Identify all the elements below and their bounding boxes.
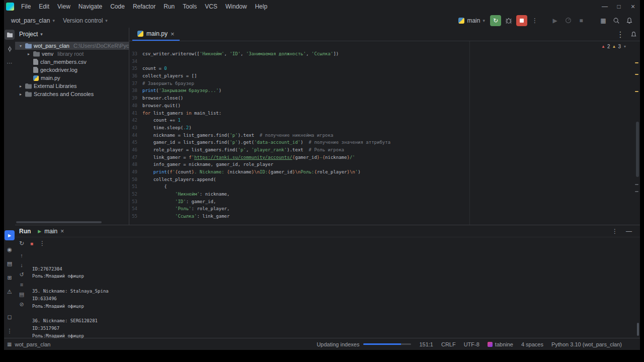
tab-options-button[interactable]: ⋮ — [616, 30, 624, 39]
menu-code[interactable]: Code — [106, 2, 129, 12]
menu-edit[interactable]: Edit — [35, 2, 53, 12]
run-more-button[interactable]: ⋮ — [529, 15, 540, 26]
line-number[interactable]: 37 — [129, 80, 142, 87]
code-line-37[interactable]: 37# Завершить браузер — [129, 80, 640, 87]
line-number[interactable]: 47 — [129, 154, 142, 161]
code-line-41[interactable]: 41for list_gamers in main_list: — [129, 110, 640, 117]
toolwindow-commit-button[interactable] — [5, 44, 15, 54]
search-everywhere-button[interactable] — [611, 15, 622, 26]
editor-vertical-scrollbar[interactable] — [636, 122, 639, 177]
code-line-40[interactable]: 40browser.quit() — [129, 102, 640, 110]
code-line-42[interactable]: 42 count += 1 — [129, 117, 640, 124]
profile-button-disabled[interactable] — [562, 15, 574, 26]
code-line-44[interactable]: 44 nickname = list_gamers.find('p').text… — [129, 132, 640, 139]
clear-icon[interactable]: ⊘ — [19, 301, 24, 308]
chevron-right-icon[interactable]: ▸ — [26, 52, 31, 56]
toolwindow-terminal-button[interactable]: ▤ — [5, 258, 15, 268]
line-number[interactable]: 43 — [129, 124, 142, 132]
tree-item-clan_members.csv[interactable]: clan_members.csv — [15, 58, 129, 66]
softwrap-icon[interactable]: ↺ — [19, 272, 24, 278]
tree-item-scratches-and-consoles[interactable]: ▸Scratches and Consoles — [15, 90, 129, 98]
project-horizontal-scrollbar[interactable] — [16, 221, 102, 223]
tree-item-main.py[interactable]: main.py — [15, 74, 129, 82]
code-line-53[interactable]: 53 'ID': gamer_id, — [129, 198, 640, 206]
code-line-48[interactable]: 48 info_gamer = nickname, gamer_id, role… — [129, 161, 640, 168]
stop-button[interactable] — [516, 15, 527, 26]
code-line-34[interactable]: 34 — [129, 58, 640, 65]
up-stack-icon[interactable]: ↑ — [20, 252, 23, 258]
line-number[interactable]: 51 — [129, 183, 142, 191]
window-minimize-button[interactable]: — — [598, 3, 612, 10]
line-number[interactable]: 38 — [129, 87, 142, 95]
more-tool-windows-button[interactable]: ⋯ — [5, 58, 15, 68]
tab-close-icon[interactable]: × — [171, 30, 175, 38]
window-maximize-button[interactable]: □ — [612, 3, 626, 10]
line-number[interactable]: 42 — [129, 117, 142, 124]
rerun-console-button[interactable]: ↻ — [19, 240, 24, 247]
code-line-36[interactable]: 36collect_players = [] — [129, 72, 640, 80]
code-line-55[interactable]: 55 'Ссылка': link_gamer — [129, 213, 640, 220]
bell-icon[interactable] — [630, 31, 637, 38]
window-close-button[interactable]: × — [626, 3, 640, 11]
debug-button[interactable] — [503, 15, 514, 26]
tab-main-py[interactable]: main.py × — [132, 28, 180, 41]
line-number[interactable]: 33 — [129, 50, 142, 58]
line-number[interactable]: 45 — [129, 139, 142, 146]
toolwindow-python-packages-button[interactable]: ◉ — [5, 244, 15, 254]
run-panel-options-button[interactable]: ⋮ — [612, 228, 618, 235]
project-panel-header[interactable]: Project ▾ — [15, 28, 129, 41]
console-scrollbar[interactable] — [637, 323, 639, 336]
run-config-widget[interactable]: main ▾ — [455, 16, 488, 26]
console-output[interactable]: ID:27672304Роль:Младший офицер35. Nickna… — [28, 249, 640, 338]
menu-window[interactable]: Window — [221, 2, 251, 12]
menu-refactor[interactable]: Refactor — [129, 2, 159, 12]
tree-item-external-libraries[interactable]: ▸External Libraries — [15, 82, 129, 90]
toolwindow-problems-button[interactable]: ⚠ — [5, 287, 15, 297]
line-number[interactable]: 55 — [129, 213, 142, 220]
line-number[interactable]: 52 — [129, 191, 142, 198]
code-line-49[interactable]: 49 print(f'{count}. Nickname: {nickname}… — [129, 168, 640, 176]
notifications-button[interactable] — [624, 15, 635, 26]
code-line-43[interactable]: 43 time.sleep(.2) — [129, 124, 640, 132]
line-number[interactable]: 35 — [129, 65, 142, 72]
line-number[interactable]: 39 — [129, 95, 142, 102]
code-line-50[interactable]: 50 collect_players.append( — [129, 176, 640, 184]
code-line-47[interactable]: 47 link_gamer = f'https://tanki.su/commu… — [129, 154, 640, 161]
run-tab-close-icon[interactable]: × — [60, 228, 64, 235]
project-widget[interactable]: wot_pars_clan ▾ — [8, 16, 58, 26]
run-panel-hide-button[interactable]: — — [626, 228, 632, 235]
line-number[interactable]: 36 — [129, 72, 142, 80]
line-number[interactable]: 44 — [129, 132, 142, 139]
toolwindow-run-button[interactable]: ▶ — [5, 230, 15, 240]
console-more-button[interactable]: ⋮ — [39, 240, 45, 247]
layout-widget-button[interactable]: ▦ — [598, 15, 609, 26]
line-number[interactable]: 48 — [129, 161, 142, 168]
menu-view[interactable]: View — [53, 2, 74, 12]
toolwindow-structure-button[interactable]: ◻ — [5, 312, 15, 322]
tree-item-wot_pars_clan[interactable]: ▾wot_pars_clanC:\Users\DoCKeR\PycharmPro… — [15, 42, 129, 50]
code-line-52[interactable]: 52 'Никнейм': nickname, — [129, 191, 640, 198]
menu-file[interactable]: File — [17, 2, 35, 12]
menu-navigate[interactable]: Navigate — [74, 2, 106, 12]
chevron-right-icon[interactable]: ▸ — [18, 84, 23, 88]
stop-console-button[interactable]: ■ — [30, 241, 33, 246]
line-number[interactable]: 40 — [129, 102, 142, 110]
code-line-39[interactable]: 39browser.close() — [129, 95, 640, 102]
menu-tools[interactable]: Tools — [179, 2, 201, 12]
code-line-45[interactable]: 45 gamer_id = list_gamers.find('p').get(… — [129, 139, 640, 146]
code-line-54[interactable]: 54 'Роль': role_player, — [129, 205, 640, 213]
down-stack-icon[interactable]: ↓ — [20, 262, 23, 268]
scroll-end-icon[interactable]: ≡ — [20, 282, 23, 288]
line-number[interactable]: 54 — [129, 205, 142, 213]
tree-item-geckodriver.log[interactable]: geckodriver.log — [15, 66, 129, 74]
line-number[interactable]: 34 — [129, 58, 142, 65]
toolwindow-services-button[interactable]: ⊞ — [5, 273, 15, 283]
toolwindow-project-button[interactable] — [5, 30, 15, 40]
line-number[interactable]: 49 — [129, 168, 142, 176]
code-line-46[interactable]: 46 role_player = list_gamers.find('p', '… — [129, 146, 640, 154]
stripe-more-button[interactable]: ⋮ — [5, 326, 15, 336]
vcs-widget[interactable]: Version control ▾ — [60, 16, 111, 26]
menu-run[interactable]: Run — [159, 2, 179, 12]
line-number[interactable]: 50 — [129, 176, 142, 184]
stop-button-disabled[interactable]: ■ — [576, 15, 587, 26]
